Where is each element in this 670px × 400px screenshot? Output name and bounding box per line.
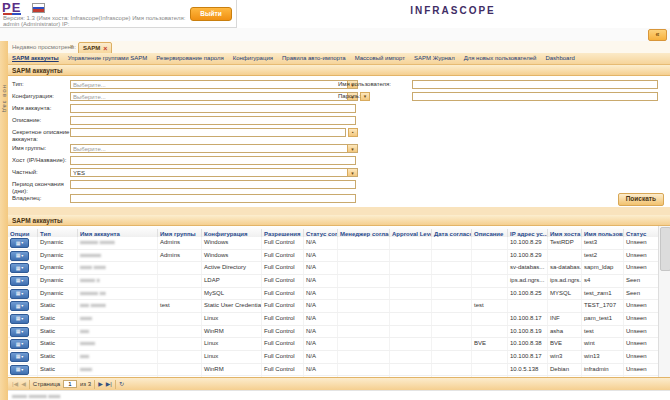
type-select[interactable]: Выберите...▾	[70, 80, 358, 89]
vertical-scrollbar[interactable]	[658, 226, 670, 377]
table-row[interactable]: ▦▾Dynamicxxxxx xLDAPFull ControlN/Aips.a…	[8, 275, 658, 288]
password-input[interactable]	[412, 92, 658, 101]
row-options-button[interactable]: ▦▾	[10, 327, 29, 337]
row-options-button[interactable]: ▦▾	[10, 314, 29, 324]
refresh-icon[interactable]: ↻	[119, 378, 124, 390]
language-flag-icon[interactable]	[32, 3, 45, 13]
table-row[interactable]: ▦▾Dynamicxxxxxx xxMySQLFull ControlN/A10…	[8, 288, 658, 301]
cell-options: ▦▾	[8, 326, 38, 338]
main-area: Недавно просмотрено: » SAPM × SAPM аккау…	[8, 41, 670, 400]
host-input[interactable]	[70, 156, 356, 165]
cell-desc	[472, 326, 508, 338]
table-row[interactable]: ▦▾Staticxxx xxxxxtestStatic User Credent…	[8, 300, 658, 313]
tab-scroller-icon[interactable]: »	[70, 43, 74, 50]
row-options-button[interactable]: ▦▾	[10, 365, 29, 375]
grid-icon: ▦	[16, 342, 21, 347]
menu-item-5[interactable]: Правила авто-импорта	[282, 53, 346, 64]
table-row[interactable]: ▦▾Dynamicxxxx xxxxActive DirectoryFull C…	[8, 262, 658, 275]
last-page-icon[interactable]: ▶|	[106, 378, 112, 390]
scrollbar-thumb[interactable]	[660, 227, 670, 271]
pagination-separator	[94, 380, 95, 389]
grid-icon: ▦	[16, 367, 21, 372]
row-options-button[interactable]: ▦▾	[10, 251, 29, 261]
cell-approval_level	[390, 326, 432, 338]
table-row[interactable]: ▦▾StaticxxxxWinRMFull ControlN/A10.0.5.1…	[8, 364, 658, 377]
grid-rows: ▦▾Dynamicxxxxxx xxxxxAdminsWindowsFull C…	[8, 237, 658, 377]
menu-item-7[interactable]: SAPM Журнал	[414, 53, 455, 64]
chevron-down-icon: ▾	[21, 254, 23, 258]
account-name-input[interactable]	[70, 104, 356, 113]
expiry-days-input[interactable]	[70, 180, 356, 189]
cell-options: ▦▾	[8, 262, 38, 274]
menu-item-1[interactable]: SAPM аккаунты	[12, 53, 59, 64]
row-options-button[interactable]: ▦▾	[10, 276, 29, 286]
cell-approval_date	[432, 313, 472, 325]
configuration-select[interactable]: Выберите...▾	[70, 92, 358, 101]
menu-item-9[interactable]: Dashboard	[545, 53, 574, 64]
table-row[interactable]: ▦▾DynamicxxxxxxxAdminsWindowsFull Contro…	[8, 250, 658, 263]
edit-secret-icon[interactable]: ▪	[348, 128, 358, 137]
first-page-icon[interactable]: |◀	[12, 378, 18, 390]
cell-type: Static	[38, 326, 78, 338]
menu-item-4[interactable]: Конфигурация	[233, 53, 273, 64]
chevron-down-icon: ▾	[21, 317, 23, 321]
cell-options: ▦▾	[8, 250, 38, 262]
prev-page-icon[interactable]: ◀	[21, 378, 26, 390]
form-row-private: Частный:YES▾	[12, 168, 392, 180]
table-row[interactable]: ▦▾StaticxxxWinRMFull ControlN/A10.100.8.…	[8, 326, 658, 339]
table-row[interactable]: ▦▾StaticxxxxxLinuxFull ControlN/ABVE10.1…	[8, 338, 658, 351]
close-icon[interactable]: ×	[103, 45, 107, 52]
blurred-text: xxxx	[80, 315, 92, 321]
search-button[interactable]: Поискать	[618, 193, 664, 206]
cell-status: Unseen	[624, 326, 658, 338]
cell-status: Unseen	[624, 237, 658, 249]
row-options-button[interactable]: ▦▾	[10, 289, 29, 299]
menu-item-2[interactable]: Управление группами SAPM	[68, 53, 147, 64]
row-options-button[interactable]: ▦▾	[10, 263, 29, 273]
chevron-down-icon: ▾	[21, 330, 23, 334]
owner-input[interactable]	[70, 194, 356, 203]
cell-status: Unseen	[624, 300, 658, 312]
cell-approval_level	[390, 250, 432, 262]
row-options-button[interactable]: ▦▾	[10, 352, 29, 362]
cell-config: Active Directory	[202, 262, 262, 274]
cell-approval_manager	[338, 313, 390, 325]
blurred-text: xxxxx	[80, 340, 95, 346]
cell-status: Unseen	[624, 250, 658, 262]
page-of-label: из 3	[80, 381, 91, 387]
menu-item-8[interactable]: Для новых пользователей	[464, 53, 537, 64]
chevron-down-icon[interactable]: ▾	[347, 145, 357, 152]
group-name-select[interactable]: Выберите...▾	[70, 144, 358, 153]
cell-perm: Full Control	[262, 250, 304, 262]
row-options-button[interactable]: ▦▾	[10, 301, 29, 311]
table-row[interactable]: ▦▾Dynamicxxxxxx xxxxxAdminsWindowsFull C…	[8, 237, 658, 250]
pagination-separator	[115, 380, 116, 389]
secret-description-input[interactable]	[70, 128, 346, 137]
logout-button[interactable]: Выйти	[190, 7, 232, 21]
cell-ip: ips.ad.ngrs...	[508, 275, 548, 287]
row-options-button[interactable]: ▦▾	[10, 238, 29, 248]
cell-approval_manager	[338, 326, 390, 338]
row-options-button[interactable]: ▦▾	[10, 339, 29, 349]
private-select[interactable]: YES▾	[70, 168, 358, 177]
page-number-input[interactable]	[63, 380, 77, 388]
grid-icon: ▦	[16, 329, 21, 334]
recently-viewed-label: Недавно просмотрено:	[12, 44, 76, 50]
username-input[interactable]	[412, 80, 658, 89]
description-input[interactable]	[70, 116, 356, 125]
blurred-text: xxxx xxxx	[80, 264, 106, 270]
blurred-text: xxxxx x	[80, 277, 100, 283]
chevron-down-icon[interactable]: ▾	[347, 169, 357, 176]
field-label-host: Хост (IP/Название):	[12, 156, 70, 164]
cell-approval_level	[390, 275, 432, 287]
menu-item-6[interactable]: Массовый импорт	[355, 53, 405, 64]
menu-item-3[interactable]: Резервирование пароля	[156, 53, 224, 64]
cell-group	[158, 262, 202, 274]
form-row-configuration: Конфигурация:Выберите...▾▾	[12, 92, 392, 104]
cell-approval_status: N/A	[304, 275, 338, 287]
table-row[interactable]: ▦▾StaticxxxxLinuxFull ControlN/A10.100.8…	[8, 313, 658, 326]
next-page-icon[interactable]: ▶	[98, 378, 103, 390]
collapse-panel-button[interactable]: «	[648, 29, 667, 41]
cell-group: test	[158, 300, 202, 312]
table-row[interactable]: ▦▾StaticxxxLinuxFull ControlN/A10.100.8.…	[8, 351, 658, 364]
